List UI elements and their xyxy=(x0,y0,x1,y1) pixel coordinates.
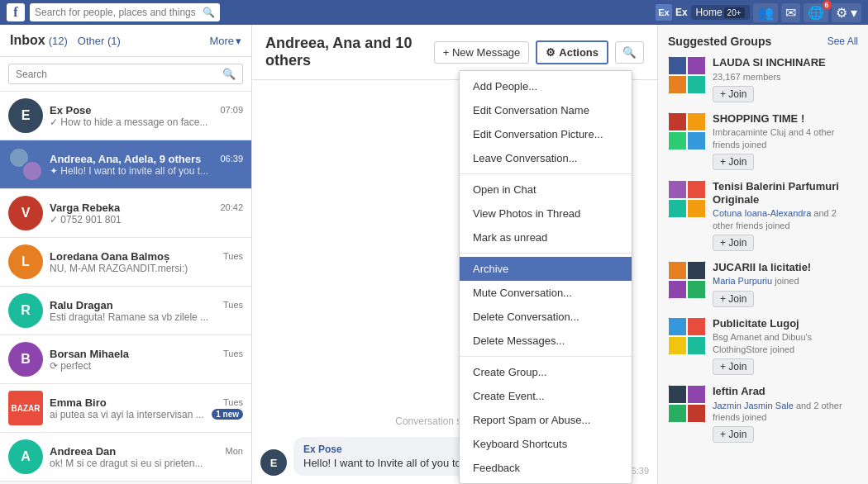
inbox-tab-other[interactable]: Other (1) xyxy=(78,35,121,47)
message-sender: Ralu Dragan xyxy=(50,299,113,311)
message-sender: Andreea Dan xyxy=(50,445,116,458)
top-navigation: f 🔍 Ex Ex Home 20+ 👥 ✉ 🌐 6 ⚙ ▾ xyxy=(0,0,868,25)
suggested-group-item: SHOPPING TIME ! Imbracaminte Cluj and 4 … xyxy=(668,112,858,170)
dropdown-item-leave[interactable]: Leave Conversation... xyxy=(460,146,632,170)
join-group-button[interactable]: + Join xyxy=(713,154,754,170)
dropdown-section-2: Open in Chat View Photos in Thread Mark … xyxy=(460,174,632,254)
list-item[interactable]: B Borsan Mihaela Tues ⟳ perfect xyxy=(0,335,251,384)
list-item[interactable]: A Andreea Dan Mon ok! M si ce dragut si … xyxy=(0,433,251,482)
message-sender: Andreea, Ana, Adela, 9 others xyxy=(50,153,201,165)
list-item[interactable]: E Ex Pose 07:09 ✓ How to hide a message … xyxy=(0,92,251,140)
suggested-group-item: JUCARII la licitatie! Maria Purpuriu joi… xyxy=(668,261,858,307)
join-group-button[interactable]: + Join xyxy=(713,235,754,251)
nav-username: Ex xyxy=(675,7,688,18)
join-group-button[interactable]: + Join xyxy=(713,291,754,307)
avatar: BAZAR xyxy=(8,391,43,425)
group-meta: 23,167 members xyxy=(713,71,858,83)
dropdown-item-delete-msg[interactable]: Delete Messages... xyxy=(460,329,632,353)
avatar: R xyxy=(8,293,43,328)
message-time: Tues xyxy=(223,300,243,310)
sender-avatar: E xyxy=(260,449,287,476)
actions-button[interactable]: ⚙ Actions xyxy=(536,40,608,64)
message-preview: ai putea sa vi ayi la interservisan ... xyxy=(50,409,204,420)
inbox-search-box[interactable]: 🔍 xyxy=(8,64,243,84)
message-time: 06:39 xyxy=(220,154,243,164)
suggested-group-item: Publicitate Lugoj Bsg Amanet and Dibuu's… xyxy=(668,317,858,375)
message-sender: Ex Pose xyxy=(50,104,92,116)
group-meta: Jazmin Jasmin Sale and 2 other friends j… xyxy=(713,400,858,424)
group-avatar xyxy=(668,317,706,355)
join-group-button[interactable]: + Join xyxy=(713,86,754,102)
home-button[interactable]: Home 20+ xyxy=(691,5,750,20)
inbox-more-button[interactable]: More ▾ xyxy=(209,35,241,47)
nav-user[interactable]: Ex Ex xyxy=(656,4,688,21)
group-name: Ieftin Arad xyxy=(713,385,858,398)
new-message-button[interactable]: + New Message xyxy=(434,41,530,64)
gear-icon: ⚙ xyxy=(546,46,556,59)
list-item[interactable]: V Varga Rebeka 20:42 ✓ 0752 901 801 xyxy=(0,189,251,238)
dropdown-item-mark-unread[interactable]: Mark as unread xyxy=(460,225,632,249)
message-time: Mon xyxy=(226,446,243,456)
dropdown-item-mute[interactable]: Mute Conversation... xyxy=(460,281,632,305)
home-label: Home xyxy=(696,7,723,18)
global-search-input[interactable] xyxy=(35,7,203,18)
dropdown-item-create-group[interactable]: Create Group... xyxy=(460,360,632,384)
inbox-list: E Ex Pose 07:09 ✓ How to hide a message … xyxy=(0,92,251,484)
list-item[interactable]: Andreea, Ana, Adela, 9 others 06:39 ✦ He… xyxy=(0,140,251,189)
dropdown-item-delete-conv[interactable]: Delete Conversation... xyxy=(460,305,632,329)
dropdown-item-edit-name[interactable]: Edit Conversation Name xyxy=(460,98,632,122)
dropdown-item-create-event[interactable]: Create Event... xyxy=(460,384,632,408)
dropdown-item-keyboard-shortcuts[interactable]: Keyboard Shortcuts xyxy=(460,432,632,456)
dropdown-item-report-spam[interactable]: Report Spam or Abuse... xyxy=(460,408,632,432)
messages-icon[interactable]: ✉ xyxy=(781,3,800,22)
dropdown-item-add-people[interactable]: Add People... xyxy=(460,74,632,98)
list-item[interactable]: BAZAR Emma Biro Tues ai putea sa vi ayi … xyxy=(0,384,251,433)
group-avatar xyxy=(668,56,706,94)
group-name: Publicitate Lugoj xyxy=(713,317,858,330)
global-search-bar[interactable]: 🔍 xyxy=(30,3,220,21)
dropdown-item-archive[interactable]: Archive xyxy=(460,257,632,281)
message-sender: Loredana Oana Balmoș xyxy=(50,250,169,263)
dropdown-item-feedback[interactable]: Feedback xyxy=(460,456,632,480)
suggested-groups-panel: Suggested Groups See All LAUDA SI INCHIN… xyxy=(657,25,868,484)
inbox-tab-main[interactable]: (12) xyxy=(49,35,68,47)
message-preview: ⟳ perfect xyxy=(50,360,243,372)
dropdown-item-open-chat[interactable]: Open in Chat xyxy=(460,178,632,202)
nav-icons: Ex Ex Home 20+ 👥 ✉ 🌐 6 ⚙ ▾ xyxy=(656,3,861,22)
join-group-button[interactable]: + Join xyxy=(713,426,754,443)
message-time: 07:09 xyxy=(220,105,243,115)
new-badge: 1 new xyxy=(212,409,243,420)
message-preview: Esti draguta! Ramane sa vb zilele ... xyxy=(50,311,243,323)
avatar: A xyxy=(8,439,43,474)
join-group-button[interactable]: + Join xyxy=(713,358,754,375)
message-sender: Emma Biro xyxy=(50,396,107,409)
message-time: 20:42 xyxy=(220,202,243,212)
conversation-panel: Andreea, Ana and 10 others + New Message… xyxy=(252,25,657,484)
notifications-icon[interactable]: 🌐 6 xyxy=(804,3,828,22)
message-preview: ✦ Hello! I want to invite all of you t..… xyxy=(50,165,243,177)
list-item[interactable]: R Ralu Dragan Tues Esti draguta! Ramane … xyxy=(0,287,251,335)
suggested-group-item: Ieftin Arad Jazmin Jasmin Sale and 2 oth… xyxy=(668,385,858,443)
dropdown-item-edit-picture[interactable]: Edit Conversation Picture... xyxy=(460,122,632,146)
inbox-search-area: 🔍 xyxy=(0,57,251,92)
inbox-search-input[interactable] xyxy=(16,69,222,80)
group-meta: Bsg Amanet and Dibuu's ClothingStore joi… xyxy=(713,331,858,355)
list-item[interactable]: L Loredana Oana Balmoș Tues NU, M-AM RAZ… xyxy=(0,238,251,287)
search-icon: 🔍 xyxy=(622,46,637,59)
dropdown-section-3: Archive Mute Conversation... Delete Conv… xyxy=(460,254,632,357)
group-name: SHOPPING TIME ! xyxy=(713,112,858,126)
group-avatar xyxy=(668,385,706,423)
friend-requests-icon[interactable]: 👥 xyxy=(753,3,778,22)
group-avatar xyxy=(668,112,706,150)
conversation-search-button[interactable]: 🔍 xyxy=(615,41,644,64)
dropdown-section-1: Add People... Edit Conversation Name Edi… xyxy=(460,71,632,174)
settings-icon[interactable]: ⚙ ▾ xyxy=(832,3,861,22)
message-preview: NU, M-AM RAZGANDIT.mersi:) xyxy=(50,263,243,274)
home-count: 20+ xyxy=(724,7,745,18)
group-avatar xyxy=(668,180,706,218)
message-time: Tues xyxy=(223,349,243,358)
message-preview: ✓ How to hide a message on face... xyxy=(50,116,243,128)
group-meta: Cotuna Ioana-Alexandra and 2 other frien… xyxy=(713,207,858,231)
see-all-link[interactable]: See All xyxy=(827,36,858,47)
dropdown-item-view-photos[interactable]: View Photos in Thread xyxy=(460,202,632,225)
